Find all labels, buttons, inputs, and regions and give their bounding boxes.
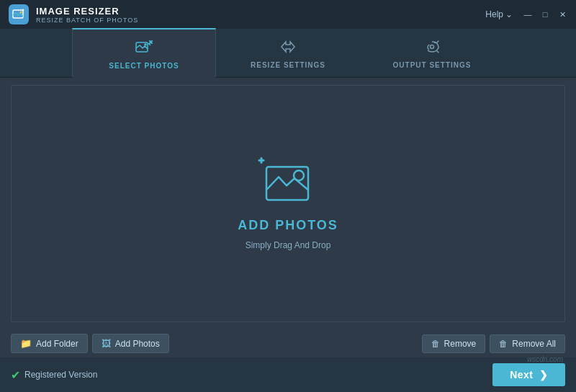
btn-group-left: 📁 Add Folder 🖼 Add Photos [11, 334, 169, 353]
status-bar: ✔ Registered Version Next ❯ [0, 357, 576, 392]
add-photos-sublabel: Simply Drag And Drop [246, 240, 331, 250]
select-photos-icon [135, 40, 153, 59]
title-bar-right: Help ⌄ — □ ✕ [485, 9, 567, 19]
add-photos-button[interactable]: 🖼 Add Photos [92, 334, 169, 353]
trash-icon: 🗑 [431, 339, 440, 349]
tab-select-photos-label: SELECT PHOTOS [109, 62, 179, 70]
tab-select-photos[interactable]: SELECT PHOTOS [72, 28, 216, 77]
resize-settings-icon [279, 39, 297, 58]
trash-all-icon: 🗑 [499, 339, 508, 349]
svg-point-6 [294, 170, 304, 181]
add-folder-button[interactable]: 📁 Add Folder [11, 334, 88, 353]
status-left: ✔ Registered Version [11, 368, 97, 382]
app-icon [9, 4, 29, 24]
add-photos-icon [256, 157, 320, 211]
tab-resize-settings[interactable]: RESIZE SETTINGS [216, 29, 360, 77]
remove-button[interactable]: 🗑 Remove [422, 334, 486, 353]
registered-version-label: Registered Version [24, 370, 97, 380]
title-bar-left: IMAGE RESIZER RESIZE BATCH OF PHOTOS [9, 4, 138, 24]
tab-resize-settings-label: RESIZE SETTINGS [251, 61, 325, 69]
svg-point-1 [20, 12, 22, 14]
app-title: IMAGE RESIZER [36, 6, 138, 17]
window-controls: — □ ✕ [523, 9, 567, 19]
btn-group-right: 🗑 Remove 🗑 Remove All [422, 334, 565, 353]
folder-icon: 📁 [20, 338, 32, 349]
close-button[interactable]: ✕ [557, 9, 567, 19]
watermark: wscdn.com [527, 355, 563, 363]
add-photos-label: ADD PHOTOS [238, 218, 338, 233]
title-info: IMAGE RESIZER RESIZE BATCH OF PHOTOS [36, 6, 138, 24]
bottom-toolbar: 📁 Add Folder 🖼 Add Photos 🗑 Remove 🗑 Rem… [0, 329, 576, 357]
photo-icon: 🖼 [102, 338, 111, 349]
tab-output-settings[interactable]: OUTPUT SETTINGS [360, 29, 504, 77]
chevron-down-icon: ⌄ [505, 9, 513, 19]
check-icon: ✔ [11, 368, 20, 382]
drop-zone-content: ADD PHOTOS Simply Drag And Drop [238, 157, 338, 250]
next-button[interactable]: Next ❯ [492, 363, 565, 386]
svg-point-4 [431, 45, 434, 49]
tab-output-settings-label: OUTPUT SETTINGS [393, 61, 472, 69]
remove-all-button[interactable]: 🗑 Remove All [490, 334, 565, 353]
title-bar: IMAGE RESIZER RESIZE BATCH OF PHOTOS Hel… [0, 0, 576, 29]
tab-bar: SELECT PHOTOS RESIZE SETTINGS OUTPUT SET… [0, 29, 576, 78]
maximize-button[interactable]: □ [540, 9, 550, 19]
drop-zone[interactable]: ADD PHOTOS Simply Drag And Drop [11, 85, 565, 322]
app-subtitle: RESIZE BATCH OF PHOTOS [36, 17, 138, 24]
next-arrow-icon: ❯ [539, 369, 549, 380]
help-button[interactable]: Help ⌄ [485, 9, 513, 19]
minimize-button[interactable]: — [523, 9, 533, 19]
svg-point-3 [144, 43, 147, 46]
output-settings-icon [423, 39, 441, 58]
